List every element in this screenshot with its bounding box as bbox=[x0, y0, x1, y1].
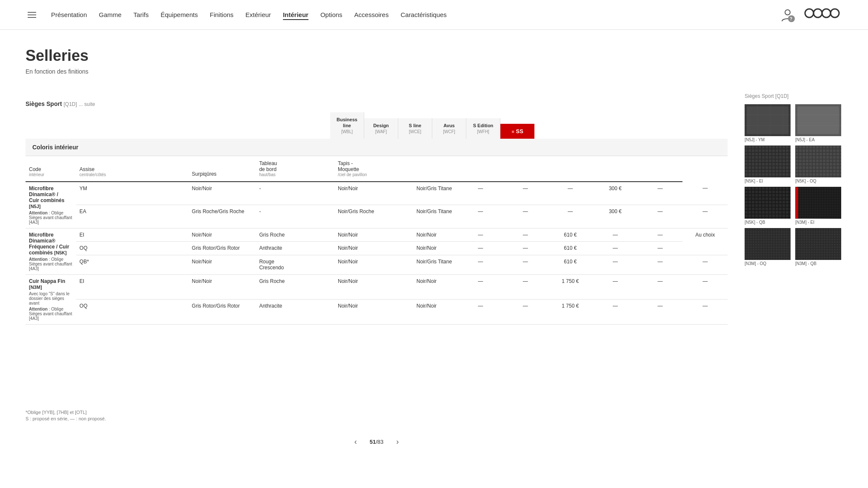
wfh-ei-n5k: — bbox=[638, 228, 683, 242]
wfh-oq-n3m: — bbox=[638, 300, 683, 325]
svg-rect-42 bbox=[795, 228, 841, 260]
th-tapis: Tapis -Moquette/ciel de pavillon bbox=[334, 156, 413, 182]
nav-finitions[interactable]: Finitions bbox=[210, 11, 234, 18]
wce-oq-n5k: 610 € bbox=[548, 242, 593, 255]
right-panel: Sièges Sport [Q1D] bbox=[745, 92, 842, 457]
product-name-n5k: Microfibre Dinamica®Fréquence / Cuircomb… bbox=[26, 228, 76, 274]
tableau-ea: Noir/Gris Roche bbox=[334, 205, 413, 228]
thumbnail-label-n5k-qb: [N5K] - QB bbox=[745, 220, 792, 225]
wce-ea: — bbox=[548, 205, 593, 228]
tapis-ei-n5k: Noir/Noir bbox=[413, 228, 458, 242]
svg-rect-34 bbox=[797, 187, 798, 218]
thumbnail-n5k-oq[interactable]: [N5K] - OQ bbox=[795, 146, 842, 183]
svg-text:?: ? bbox=[790, 17, 792, 21]
svg-rect-15 bbox=[797, 106, 839, 134]
thumbnail-n5j-ea[interactable]: [N5J] - EA bbox=[795, 104, 842, 142]
footnotes: *Oblige [YYB], [7HB] et [OTL] S : propos… bbox=[26, 410, 728, 421]
section-suffix: ... suite bbox=[79, 101, 95, 107]
finition-design: Design [WAF] bbox=[364, 118, 398, 138]
wce-qb-n5k: 610 € bbox=[548, 255, 593, 274]
waf-ei-n5k: — bbox=[503, 228, 548, 242]
thumbnail-n5j-ym[interactable]: [N5J] - YM bbox=[745, 104, 792, 142]
th-wce bbox=[503, 156, 548, 182]
user-icon[interactable]: ? bbox=[779, 7, 796, 23]
wbl-ei-n3m: — bbox=[458, 274, 503, 300]
nav-tarifs[interactable]: Tarifs bbox=[134, 11, 149, 18]
svg-point-0 bbox=[785, 10, 790, 15]
nav-options[interactable]: Options bbox=[320, 11, 343, 18]
wbl-ea: — bbox=[458, 205, 503, 228]
tapis-ea: Noir/Gris Titane bbox=[413, 205, 458, 228]
tableau-oq-n5k: Noir/Noir bbox=[334, 242, 413, 255]
code-ea: EA bbox=[76, 205, 188, 228]
wfh-ea: — bbox=[638, 205, 683, 228]
navigation: Présentation Gamme Tarifs Équipements Fi… bbox=[0, 0, 868, 30]
assise-ei-n5k: Noir/Noir bbox=[188, 228, 256, 242]
table-row: QB* Noir/Noir RougeCrescendo Noir/Noir N… bbox=[26, 255, 728, 274]
waf-ym: — bbox=[503, 182, 548, 205]
thumbnail-n3m-oq[interactable]: [N3M] - OQ bbox=[745, 228, 792, 266]
finition-avus: Avus [WCF] bbox=[432, 118, 466, 138]
assise-qb-n5k: Noir/Noir bbox=[188, 255, 256, 274]
nav-links: Présentation Gamme Tarifs Équipements Fi… bbox=[51, 11, 447, 18]
surpiqures-qb-n5k: RougeCrescendo bbox=[256, 255, 334, 274]
main-content: Selleries En fonction des finitions Sièg… bbox=[0, 30, 868, 474]
audi-logo bbox=[804, 5, 842, 24]
current-page: 51/83 bbox=[370, 439, 384, 445]
selleries-table: Codeintérieur Assisecentrale/côtés Surpi… bbox=[26, 156, 728, 325]
th-code: Codeintérieur bbox=[26, 156, 76, 182]
wcf-oq-n3m: — bbox=[593, 300, 638, 325]
nav-presentation[interactable]: Présentation bbox=[51, 11, 87, 18]
svg-point-5 bbox=[822, 9, 831, 17]
thumbnail-label-n5j-ea: [N5J] - EA bbox=[795, 137, 842, 142]
finition-sedition: S Edition [WFH] bbox=[466, 118, 500, 138]
next-page-button[interactable]: › bbox=[392, 435, 403, 448]
th-wcf bbox=[548, 156, 593, 182]
surpiqures-oq-n3m: Anthracite bbox=[256, 300, 334, 325]
thumbnail-n3m-qb[interactable]: [N3M] - QB bbox=[795, 228, 842, 266]
wcf-ea: 300 € bbox=[593, 205, 638, 228]
right-panel-title-text: Sièges Sport bbox=[745, 93, 775, 99]
tableau-ym: Noir/Noir bbox=[334, 182, 413, 205]
svg-point-4 bbox=[814, 9, 822, 17]
nav-accessoires[interactable]: Accessoires bbox=[354, 11, 389, 18]
footnote-1: *Oblige [YYB], [7HB] et [OTL] bbox=[26, 410, 728, 415]
assise-oq-n5k: Gris Rotor/Gris Rotor bbox=[188, 242, 256, 255]
page-current: 51 bbox=[370, 439, 376, 445]
thumbnail-img-n5k-oq bbox=[795, 146, 841, 177]
tableau-ei-n3m: Noir/Noir bbox=[334, 274, 413, 300]
thumbnail-img-n5k-qb bbox=[745, 187, 791, 219]
wce-ym: — bbox=[548, 182, 593, 205]
nav-equipements[interactable]: Équipements bbox=[160, 11, 198, 18]
nav-interieur[interactable]: Intérieur bbox=[283, 11, 308, 20]
wbl-qb-n5k: — bbox=[458, 255, 503, 274]
nav-caracteristiques[interactable]: Caractéristiques bbox=[400, 11, 446, 18]
thumbnail-n5k-qb[interactable]: [N5K] - QB bbox=[745, 187, 792, 225]
wcf-ei-n5k: — bbox=[593, 228, 638, 242]
wfh-ei-n3m: — bbox=[638, 274, 683, 300]
thumbnail-img-n3m-oq bbox=[745, 228, 791, 260]
thumbnail-label-n5k-ei: [N5K] - EI bbox=[745, 179, 792, 183]
right-panel-code: [Q1D] bbox=[775, 93, 788, 99]
surpiqures-ea: - bbox=[256, 205, 334, 228]
table-row: OQ Gris Rotor/Gris Rotor Anthracite Noir… bbox=[26, 300, 728, 325]
th-assise: Assisecentrale/côtés bbox=[76, 156, 188, 182]
thumbnails-grid: [N5J] - YM [N5J] - EA bbox=[745, 104, 842, 266]
ss-oq-n3m: — bbox=[682, 300, 728, 325]
svg-rect-8 bbox=[747, 106, 788, 134]
table-header-row: Codeintérieur Assisecentrale/côtés Surpi… bbox=[26, 156, 728, 182]
tapis-oq-n5k: Noir/Noir bbox=[413, 242, 458, 255]
wce-ei-n5k: 610 € bbox=[548, 228, 593, 242]
thumbnail-n3m-ei[interactable]: [N3M] - EI bbox=[795, 187, 842, 225]
thumbnail-label-n5k-oq: [N5K] - OQ bbox=[795, 179, 842, 183]
thumbnail-n5k-ei[interactable]: [N5K] - EI bbox=[745, 146, 792, 183]
wbl-ym: — bbox=[458, 182, 503, 205]
finition-sline: S line [WCE] bbox=[398, 118, 432, 138]
nav-exterieur[interactable]: Extérieur bbox=[246, 11, 271, 18]
prev-page-button[interactable]: ‹ bbox=[350, 435, 361, 448]
section-code: [Q1D] bbox=[63, 101, 77, 107]
wcf-qb-n5k: — bbox=[593, 255, 638, 274]
hamburger-menu[interactable] bbox=[26, 10, 38, 20]
nav-gamme[interactable]: Gamme bbox=[99, 11, 121, 18]
tableau-oq-n3m: Noir/Noir bbox=[334, 300, 413, 325]
